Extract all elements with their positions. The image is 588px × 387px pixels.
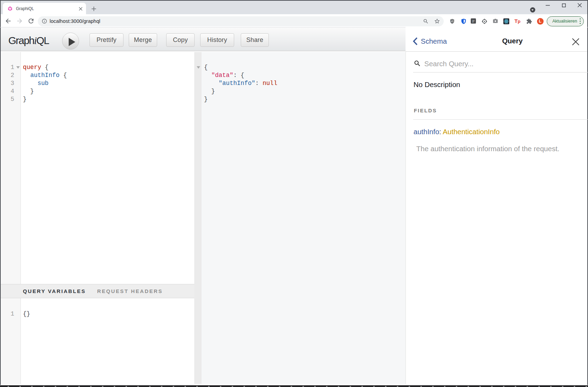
svg-text:P: P [472, 19, 475, 23]
svg-text:uO: uO [451, 20, 454, 22]
